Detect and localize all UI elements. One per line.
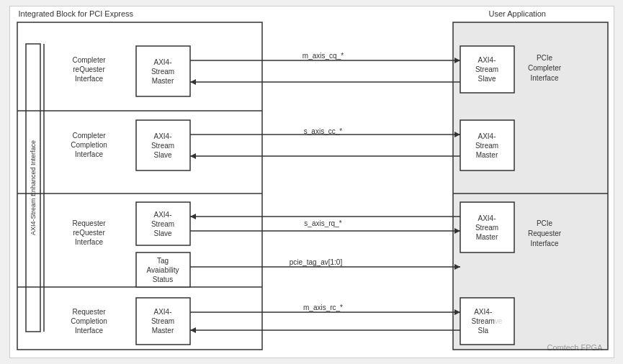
svg-marker-24 (190, 214, 196, 219)
svg-marker-32 (454, 309, 460, 315)
right-block-title: User Application (489, 9, 547, 18)
tag-availability-status: TagAvaiabilityStatus (136, 252, 190, 287)
diagram-area: Integrated Block for PCI Express User Ap… (9, 6, 614, 358)
axi4-stream-slave-s2-left: AXI4-StreamSlave (136, 120, 190, 170)
axi4-stream-master-s3-right: AXI4-StreamMaster (460, 202, 514, 252)
axi4-stream-master-s2-right: AXI4-StreamMaster (460, 120, 514, 170)
axi4-stream-slave-s3-left: AXI4-StreamSlave (136, 202, 190, 245)
main-container: Integrated Block for PCI Express User Ap… (0, 0, 623, 364)
completer-completion-label: CompleterCompletionInterface (50, 131, 129, 159)
axi4-stream-master-s1-left: AXI4-StreamMaster (136, 46, 190, 96)
signal-pcie-tag-av: pcie_tag_av[1:0] (241, 258, 392, 266)
signal-m-axis-rc: m_axis_rc_* (255, 304, 392, 311)
signal-s-axis-cc: s_axis_cc_* (255, 127, 392, 135)
signal-m-axis-cq: m_axis_cq_* (255, 52, 392, 60)
pcie-requester-label: PCIeRequesterInterface (518, 219, 572, 249)
requester-requester-label: RequesterreQuesterInterface (50, 219, 129, 247)
vertical-label-container: AXI4-Stream Enhanced Interface (27, 44, 41, 332)
axi4-stream-slave-s1-right: AXI4-StreamSlave (460, 46, 514, 93)
svg-marker-17 (454, 132, 460, 137)
svg-marker-19 (190, 153, 196, 159)
svg-marker-11 (454, 58, 460, 63)
left-block-title: Integrated Block for PCI Express (19, 9, 134, 18)
axi4-stream-slave-s4-right: AXI4-StreamSlave (460, 298, 514, 345)
svg-marker-26 (454, 228, 460, 234)
axi4-stream-master-s4-left: AXI4-StreamMaster (136, 298, 190, 345)
signal-s-axis-rq: s_axis_rq_* (255, 219, 392, 227)
svg-marker-28 (454, 264, 460, 270)
completer-requester-label: CompleterreQuesterInterface (50, 55, 129, 83)
requester-completion-label: RequesterCompletionInterface (50, 307, 129, 335)
pcie-completer-label: PCIeCompleterInterface (518, 53, 572, 83)
svg-marker-13 (190, 79, 196, 85)
vertical-label-text: AXI4-Stream Enhanced Interface (30, 140, 37, 235)
watermark: Comtech FPGA (547, 343, 602, 352)
svg-marker-34 (190, 327, 196, 333)
